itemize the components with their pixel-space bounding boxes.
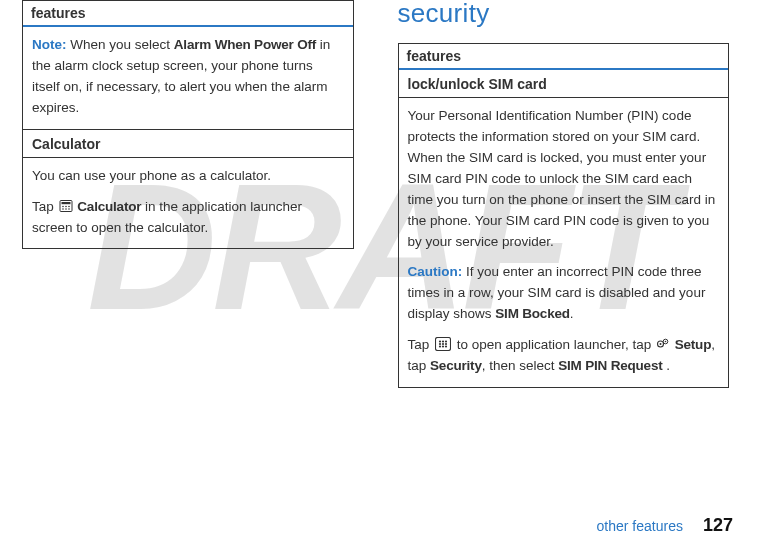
note-cell: Note: When you select Alarm When Power O…: [23, 27, 353, 130]
svg-point-15: [439, 346, 441, 348]
calculator-cell: You can use your phone as a calculator. …: [23, 158, 353, 249]
page-content: features Note: When you select Alarm Whe…: [0, 0, 759, 546]
setup-gear-icon: [656, 336, 670, 348]
svg-point-12: [439, 343, 441, 345]
calculator-p1: You can use your phone as a calculator.: [32, 166, 344, 187]
svg-point-13: [442, 343, 444, 345]
svg-point-3: [65, 205, 67, 207]
svg-point-14: [445, 343, 447, 345]
sim-subhead: lock/unlock SIM card: [399, 70, 729, 98]
calculator-icon: [59, 198, 73, 210]
sim-caution: Caution: If you enter an incorrect PIN c…: [408, 262, 720, 325]
svg-rect-1: [61, 202, 70, 204]
p3d: , then select: [482, 358, 559, 373]
calc-bold: Calculator: [77, 199, 141, 214]
svg-point-7: [68, 208, 70, 210]
left-features-header: features: [23, 1, 353, 27]
svg-point-17: [445, 346, 447, 348]
svg-point-2: [62, 205, 64, 207]
p3a: Tap: [408, 337, 434, 352]
p3-bold1: Setup: [675, 337, 712, 352]
note-paragraph: Note: When you select Alarm When Power O…: [32, 35, 344, 119]
caution-label: Caution:: [408, 264, 463, 279]
note-text-1: When you select: [67, 37, 174, 52]
svg-point-16: [442, 346, 444, 348]
right-feature-box: features lock/unlock SIM card Your Perso…: [398, 43, 730, 388]
caution-text-2: .: [570, 306, 574, 321]
sim-p3: Tap to open application launcher, tap Se…: [408, 335, 720, 377]
calc-p2a: Tap: [32, 199, 58, 214]
svg-point-10: [442, 341, 444, 343]
note-label: Note:: [32, 37, 67, 52]
footer-page-number: 127: [703, 515, 733, 535]
p3-bold3: SIM PIN Request: [558, 358, 662, 373]
left-feature-box: features Note: When you select Alarm Whe…: [22, 0, 354, 249]
app-launcher-icon: [435, 337, 451, 351]
svg-point-11: [445, 341, 447, 343]
svg-point-5: [62, 208, 64, 210]
svg-point-21: [665, 341, 667, 343]
security-heading: security: [398, 0, 730, 29]
caution-bold: SIM Bocked: [495, 306, 570, 321]
right-features-header: features: [399, 44, 729, 70]
p3b: to open application launcher, tap: [453, 337, 655, 352]
p3e: .: [663, 358, 671, 373]
left-column: features Note: When you select Alarm Whe…: [12, 0, 376, 546]
calculator-subhead: Calculator: [23, 130, 353, 158]
note-bold-alarm: Alarm When Power Off: [174, 37, 316, 52]
p3-bold2: Security: [430, 358, 482, 373]
footer-section-name: other features: [597, 518, 683, 534]
calculator-p2: Tap Calculator in the application launch…: [32, 197, 344, 239]
sim-p1: Your Personal Identification Number (PIN…: [408, 106, 720, 252]
svg-point-6: [65, 208, 67, 210]
svg-point-4: [68, 205, 70, 207]
svg-point-19: [659, 343, 661, 345]
svg-point-9: [439, 341, 441, 343]
sim-cell: Your Personal Identification Number (PIN…: [399, 98, 729, 387]
right-column: security features lock/unlock SIM card Y…: [376, 0, 740, 546]
page-footer: other features127: [597, 515, 733, 536]
